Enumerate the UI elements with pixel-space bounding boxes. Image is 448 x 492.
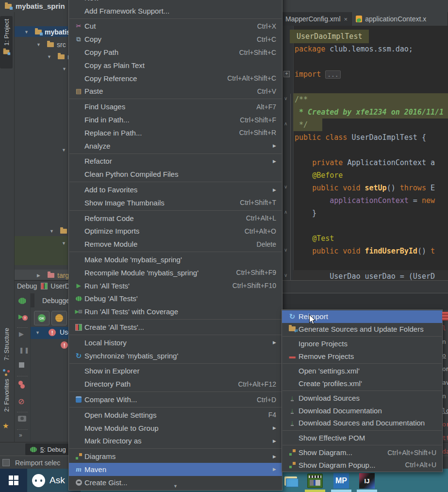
fold-icon[interactable]: ∧ — [284, 121, 287, 126]
menu-item-mark-directory-as[interactable]: Mark Directory as▶ — [69, 435, 282, 448]
menu-item-show-image-thumbnails[interactable]: Show Image ThumbnailsCtrl+Shift+T — [69, 196, 282, 209]
project-tab-label: 1: Project — [3, 19, 10, 46]
menu-separator — [69, 407, 282, 407]
chevron-down-icon[interactable]: ▼ — [62, 148, 66, 153]
toolwindow-toggle-icon[interactable] — [2, 459, 10, 466]
menu-item-open-settings-xml[interactable]: Open 'settings.xml' — [282, 365, 442, 377]
show-ignored-button[interactable] — [51, 311, 67, 325]
fold-expand-icon[interactable]: + — [283, 71, 290, 77]
code-area[interactable]: package club.lemos.ssm.dao;import .../**… — [295, 43, 444, 280]
menu-item-show-in-explorer[interactable]: Show in Explorer — [69, 365, 282, 378]
menu-item-copy-reference[interactable]: Copy ReferenceCtrl+Alt+Shift+C — [69, 72, 282, 85]
menu-item-add-to-favorites[interactable]: Add to Favorites▶ — [69, 183, 282, 196]
menu-item-add-framework-support[interactable]: Add Framework Support... — [69, 4, 282, 17]
taskbar-mp-button[interactable]: MP — [331, 472, 351, 490]
menu-item-new[interactable]: New▶ — [69, 0, 282, 4]
menu-item-label: Copy Reference — [84, 74, 214, 83]
more-actions-icon[interactable]: » — [19, 432, 22, 439]
menu-item-find-in-path[interactable]: Find in Path...Ctrl+Shift+F — [69, 113, 282, 126]
menu-item-show-diagram-popup[interactable]: Show Diagram Popup...Ctrl+Alt+U — [282, 459, 442, 472]
tab-mapperconfig[interactable]: MapperConfig.xml × — [282, 12, 352, 26]
menu-item-copy-as-plain-text[interactable]: Copy as Plain Text — [69, 59, 282, 72]
menu-item-show-effective-pom[interactable]: Show Effective POM — [282, 432, 442, 444]
toolwindow-tab-debug[interactable]: 5: Debug — [25, 443, 71, 455]
tree-item-src[interactable]: ▼src — [36, 40, 66, 50]
menu-shortcut: Ctrl+Shift+R — [239, 129, 276, 136]
menu-item-replace-in-path[interactable]: Replace in Path...Ctrl+Shift+R — [69, 126, 282, 139]
toolwindow-tab-structure[interactable]: 7: Structure — [0, 328, 13, 369]
menu-item-refactor[interactable]: Refactor▶ — [69, 155, 282, 168]
taskbar-explorer-button[interactable] — [281, 472, 301, 490]
start-button[interactable] — [0, 469, 27, 492]
menu-item-find-usages[interactable]: Find UsagesAlt+F7 — [69, 100, 282, 113]
chevron-down-icon[interactable]: ▼ — [47, 54, 52, 59]
tab-label: applicationContext.x — [365, 15, 426, 23]
resume-icon[interactable]: ▶ — [19, 330, 24, 338]
menu-item-label: Synchronize 'mybatis_spring' — [84, 352, 276, 360]
fold-icon[interactable]: ∨ — [284, 272, 287, 278]
menu-item-copy-path[interactable]: Copy PathCtrl+Shift+C — [69, 46, 282, 59]
menu-item-diagrams[interactable]: Diagrams▶ — [69, 450, 282, 463]
menu-item-reformat-code[interactable]: Reformat CodeCtrl+Alt+L — [69, 212, 282, 225]
taskbar-intellij-button[interactable]: IJ — [357, 472, 377, 490]
fold-icon[interactable]: ∨ — [284, 247, 287, 253]
debug-bug-icon[interactable] — [18, 298, 26, 304]
menu-item-reimport[interactable]: ↻Reimport — [282, 310, 442, 323]
chevron-down-icon[interactable]: ▼ — [50, 229, 54, 234]
menu-item-open-module-settings[interactable]: Open Module SettingsF4 — [69, 408, 282, 422]
code-line — [295, 220, 444, 232]
fold-icon[interactable]: ∨ — [284, 184, 287, 189]
toolwindow-tab-favorites[interactable]: 2: Favorites — [0, 379, 13, 421]
code-editor[interactable]: + ∨ ∧ ∨ ∧ ∨ ∨ UserDaoImplTest package cl… — [282, 26, 448, 280]
no-entry-icon[interactable]: ⊘ — [18, 398, 24, 406]
chevron-down-icon[interactable]: ▼ — [36, 42, 41, 47]
toolwindow-tab-project[interactable]: 1: Project — [0, 16, 13, 68]
menu-item-download-sources[interactable]: ↓Download Sources — [282, 392, 442, 405]
menu-item-paste[interactable]: ▤PasteCtrl+V — [69, 85, 282, 98]
menu-item-copy[interactable]: ⧉CopyCtrl+C — [69, 33, 282, 46]
menu-scroll-down-icon[interactable]: ▼ — [69, 484, 282, 489]
taskbar-mediaplayer-button[interactable] — [305, 472, 325, 490]
chevron-right-icon[interactable]: ▶ — [37, 273, 42, 278]
menu-item-local-history[interactable]: Local History▶ — [69, 336, 282, 349]
menu-item-synchronize-mybatis-spring[interactable]: ↻Synchronize 'mybatis_spring' — [69, 349, 282, 362]
close-icon[interactable]: × — [344, 16, 348, 23]
menu-item-move-module-to-group[interactable]: Move Module to Group▶ — [69, 422, 282, 435]
menu-item-create-profiles-xml[interactable]: Create 'profiles.xml' — [282, 377, 442, 390]
menu-item-remove-module[interactable]: Remove ModuleDelete — [69, 238, 282, 251]
menu-item-debug-all-tests[interactable]: Debug 'All Tests' — [69, 292, 282, 305]
rerun-failed-icon[interactable]: ▶! — [18, 313, 23, 320]
menu-item-ignore-projects[interactable]: Ignore Projects — [282, 338, 442, 350]
menu-item-create-all-tests[interactable]: Create 'All Tests'... — [69, 321, 282, 334]
menu-item-optimize-imports[interactable]: Optimize ImportsCtrl+Alt+O — [69, 225, 282, 238]
menu-item-run-all-tests[interactable]: ▶Run 'All Tests'Ctrl+Shift+F10 — [69, 279, 282, 292]
camera-icon[interactable] — [18, 416, 26, 422]
menu-item-recompile-module-mybatis-spring[interactable]: Recompile Module 'mybatis_spring'Ctrl+Sh… — [69, 266, 282, 279]
chevron-down-icon[interactable]: ▼ — [24, 30, 29, 34]
menu-item-download-sources-and-documentation[interactable]: ↓Download Sources and Documentation — [282, 417, 442, 429]
stop-icon[interactable] — [19, 362, 24, 368]
menu-item-download-documentation[interactable]: ↓Download Documentation — [282, 405, 442, 417]
console-text-fragment: tt — [442, 434, 448, 441]
favorites-tab-label: 2: Favorites — [3, 379, 10, 412]
menu-item-remove-projects[interactable]: ▬Remove Projects — [282, 350, 442, 363]
menu-item-run-all-tests-with-coverage[interactable]: ▶▨Run 'All Tests' with Coverage — [69, 305, 282, 318]
menu-item-directory-path[interactable]: Directory PathCtrl+Alt+F12 — [69, 377, 282, 390]
menu-item-analyze[interactable]: Analyze▶ — [69, 139, 282, 153]
chevron-down-icon[interactable]: ▼ — [62, 67, 67, 71]
tab-applicationcontext[interactable]: applicationContext.x — [352, 12, 448, 26]
menu-item-make-module-mybatis-spring[interactable]: Make Module 'mybatis_spring' — [69, 253, 282, 266]
menu-shortcut: Ctrl+Shift+F9 — [236, 269, 276, 276]
fold-icon[interactable]: ∨ — [284, 96, 287, 101]
show-passed-button[interactable]: OK — [34, 311, 50, 325]
fold-icon[interactable]: ∧ — [284, 209, 287, 215]
menu-item-cut[interactable]: ✂CutCtrl+X — [69, 20, 282, 33]
menu-item-clean-python-compiled-files[interactable]: Clean Python Compiled Files — [69, 168, 282, 181]
chevron-down-icon[interactable]: ▼ — [62, 241, 66, 246]
pause-icon[interactable]: ❚❚ — [19, 347, 30, 354]
menu-item-maven[interactable]: mMaven▶ — [69, 463, 282, 476]
menu-shortcut: F4 — [268, 411, 276, 419]
menu-item-compare-with[interactable]: Compare With...Ctrl+D — [69, 393, 282, 406]
menu-item-show-diagram[interactable]: Show Diagram...Ctrl+Alt+Shift+U — [282, 446, 442, 459]
menu-item-generate-sources-and-update-folders[interactable]: ⇄Generate Sources and Update Folders — [282, 323, 442, 336]
